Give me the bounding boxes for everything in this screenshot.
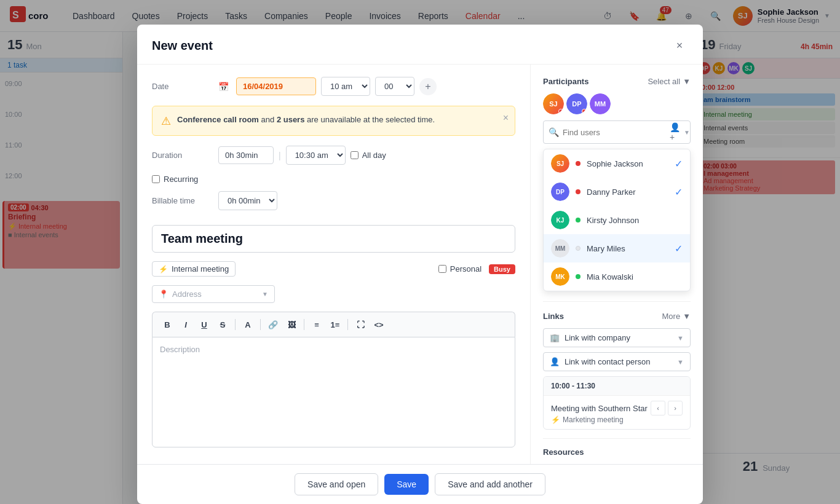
all-day-input[interactable] xyxy=(351,151,359,159)
save-open-button[interactable]: Save and open xyxy=(295,473,378,495)
warning-users: 2 users xyxy=(277,115,305,124)
minute-select[interactable]: 00 xyxy=(375,77,414,96)
modal-title: New event xyxy=(152,39,213,53)
date-input[interactable] xyxy=(236,77,316,95)
status-dot-mia xyxy=(576,274,580,279)
modal-form-panel: Date 📅 10 am 00 + ⚠ Conference call roo xyxy=(137,65,531,464)
underline-button[interactable]: U xyxy=(196,316,213,333)
link-button[interactable]: 🔗 xyxy=(264,316,282,333)
select-all-button[interactable]: Select all ▼ xyxy=(648,77,691,86)
conflict-nav: ‹ › xyxy=(651,401,683,415)
link-contact-label: Link with contact person xyxy=(565,357,650,366)
modal-footer: Save and open Save Save and add another xyxy=(137,464,703,504)
duration-controls: | 10:30 am All day xyxy=(218,146,386,165)
code-button[interactable]: <> xyxy=(370,316,387,333)
duration-label: Duration xyxy=(152,151,213,160)
description-placeholder: Description xyxy=(160,345,200,354)
image-button[interactable]: 🖼 xyxy=(283,316,300,333)
user-name-kirsty: Kirsty Johnson xyxy=(587,216,683,225)
contact-chevron-icon: ▼ xyxy=(677,358,684,366)
link-contact-dropdown[interactable]: 👤 Link with contact person ▼ xyxy=(543,352,691,371)
bold-button[interactable]: B xyxy=(159,316,176,333)
avatar-dp: DP xyxy=(566,93,587,114)
highlight-button[interactable]: A xyxy=(239,316,256,333)
personal-checkbox-label[interactable]: Personal xyxy=(438,264,481,274)
modal-close-button[interactable]: × xyxy=(671,37,688,54)
date-label: Date xyxy=(152,82,213,91)
billable-select[interactable]: 0h 00min xyxy=(218,191,277,210)
italic-button[interactable]: I xyxy=(177,316,194,333)
participant-avatars: SJ DP MM xyxy=(543,93,691,114)
duration-separator: | xyxy=(279,151,281,160)
check-mary: ✓ xyxy=(675,243,683,254)
status-dot-dp xyxy=(582,109,587,114)
search-users-icon: 🔍 xyxy=(549,127,559,137)
modal-overlay: New event × Date 📅 10 am 00 + xyxy=(0,0,840,504)
warning-rest: are unavailable at the selected time. xyxy=(307,115,435,124)
resources-header: Resources xyxy=(543,447,691,457)
recurring-label: Recurring xyxy=(164,175,198,184)
person-icon: 👤 xyxy=(550,357,560,366)
bullet-list-button[interactable]: ≡ xyxy=(308,316,325,333)
user-name-danny: Danny Parker xyxy=(587,187,668,197)
resources-title: Resources xyxy=(543,447,584,457)
address-field[interactable]: 📍 Address ▼ xyxy=(152,285,275,303)
new-event-modal: New event × Date 📅 10 am 00 + xyxy=(137,25,703,504)
event-type-tag[interactable]: ⚡ Internal meeting xyxy=(152,261,236,277)
warning-close-button[interactable]: × xyxy=(503,112,509,124)
avatar-kirsty: KJ xyxy=(551,211,569,229)
toolbar-divider-1 xyxy=(235,319,236,330)
save-another-button[interactable]: Save and add another xyxy=(435,473,545,495)
duration-input[interactable] xyxy=(218,146,274,164)
find-users-field[interactable]: 🔍 👤+ ▼ xyxy=(543,120,691,144)
lightning-icon: ⚡ xyxy=(159,265,168,274)
user-name-mary: Mary Miles xyxy=(587,244,668,253)
avatar-mm: MM xyxy=(590,93,611,114)
user-item-mia[interactable]: MK Mia Kowalski xyxy=(544,262,690,291)
avatar-mary: MM xyxy=(551,239,569,258)
conflict-time: 10:00 - 11:30 xyxy=(551,382,595,390)
personal-label: Personal xyxy=(450,264,481,274)
warning-room: Conference call room xyxy=(177,115,259,124)
modal-body: Date 📅 10 am 00 + ⚠ Conference call roo xyxy=(137,65,703,464)
description-editor[interactable]: Description xyxy=(152,337,515,447)
expand-button[interactable]: ⛶ xyxy=(352,316,369,333)
conflict-prev-button[interactable]: ‹ xyxy=(651,401,665,415)
editor: B I U S A 🔗 🖼 ≡ 1≡ ⛶ <> xyxy=(152,312,515,447)
recurring-checkbox[interactable] xyxy=(152,175,160,183)
warning-banner: ⚠ Conference call room and 2 users are u… xyxy=(152,106,515,136)
recurring-row[interactable]: Recurring xyxy=(152,175,515,184)
status-dot-mary xyxy=(576,246,580,251)
add-time-button[interactable]: + xyxy=(419,78,437,95)
link-company-label: Link with company xyxy=(565,333,630,342)
find-users-input[interactable] xyxy=(563,128,666,137)
user-item-danny[interactable]: DP Danny Parker ✓ xyxy=(544,178,690,206)
date-icon: 📅 xyxy=(218,82,229,92)
links-more-button[interactable]: More ▼ xyxy=(662,312,691,321)
address-placeholder: Address xyxy=(172,289,202,299)
conflict-title: Meeting with Southern Star xyxy=(551,404,648,413)
ordered-list-button[interactable]: 1≡ xyxy=(327,316,344,333)
save-button[interactable]: Save xyxy=(384,474,429,495)
strikethrough-button[interactable]: S xyxy=(214,316,231,333)
participants-title: Participants xyxy=(543,77,588,86)
bolt-icon: ⚡ xyxy=(551,415,560,424)
event-title-input[interactable] xyxy=(152,225,515,253)
link-company-dropdown[interactable]: 🏢 Link with company ▼ xyxy=(543,328,691,347)
user-item-mary[interactable]: MM Mary Miles ✓ xyxy=(544,234,690,262)
end-time-select[interactable]: 10:30 am xyxy=(286,146,346,165)
hour-select[interactable]: 10 am xyxy=(321,77,370,96)
user-item-sophie[interactable]: SJ Sophie Jackson ✓ xyxy=(544,149,690,178)
conflict-next-button[interactable]: › xyxy=(668,401,683,415)
warning-icon: ⚠ xyxy=(161,114,171,128)
links-header: Links More ▼ xyxy=(543,312,691,321)
users-dropdown-arrow[interactable]: ▼ xyxy=(684,129,690,136)
avatar-sophie: SJ xyxy=(551,154,569,173)
billable-label: Billable time xyxy=(152,196,213,205)
personal-checkbox[interactable] xyxy=(438,265,446,273)
user-item-kirsty[interactable]: KJ Kirsty Johnson xyxy=(544,206,690,234)
add-user-button[interactable]: 👤+ xyxy=(670,125,680,140)
modal-right-panel: Participants Select all ▼ SJ D xyxy=(531,65,703,464)
all-day-checkbox[interactable]: All day xyxy=(351,151,386,160)
avatar-mia: MK xyxy=(551,267,569,286)
